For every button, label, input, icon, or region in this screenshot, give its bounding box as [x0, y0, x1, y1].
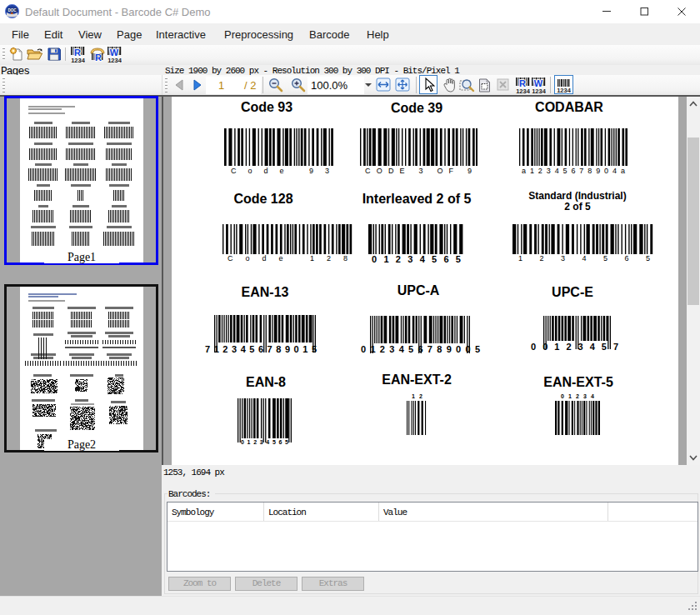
svg-text:1234: 1234: [516, 88, 530, 94]
svg-text:1234: 1234: [532, 88, 546, 94]
svg-text:R: R: [95, 52, 102, 62]
svg-text:1234: 1234: [71, 57, 85, 63]
svg-text:DOC: DOC: [8, 8, 17, 12]
svg-text:1234: 1234: [557, 87, 571, 93]
svg-text:1234: 1234: [108, 57, 122, 63]
